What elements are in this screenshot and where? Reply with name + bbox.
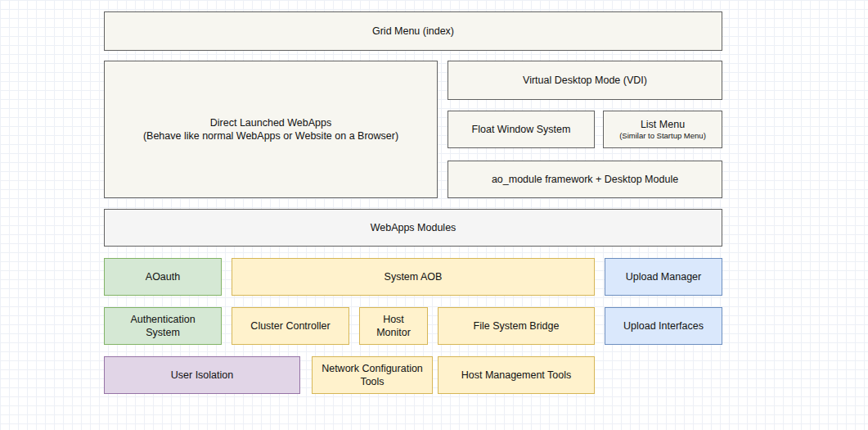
virtual-desktop-mode-label: Virtual Desktop Mode (VDI) — [523, 74, 647, 87]
diagram-canvas: Grid Menu (index) Direct Launched WebApp… — [0, 0, 868, 430]
upload-interfaces-box: Upload Interfaces — [605, 307, 722, 345]
virtual-desktop-mode-box: Virtual Desktop Mode (VDI) — [447, 61, 722, 100]
webapps-modules-label: WebApps Modules — [371, 221, 456, 234]
list-menu-label: List Menu — [641, 118, 685, 131]
system-aob-box: System AOB — [232, 258, 595, 296]
upload-manager-box: Upload Manager — [605, 258, 722, 296]
webapps-modules-box: WebApps Modules — [104, 209, 722, 247]
grid-menu-box: Grid Menu (index) — [104, 11, 722, 51]
host-monitor-box: Host Monitor — [359, 307, 428, 345]
cluster-controller-box: Cluster Controller — [232, 307, 349, 345]
system-aob-label: System AOB — [385, 270, 443, 283]
ao-module-framework-box: ao_module framework + Desktop Module — [447, 161, 722, 198]
host-monitor-label: Host Monitor — [367, 313, 421, 340]
aoauth-label: AOauth — [146, 270, 180, 283]
authentication-system-box: Authentication System — [104, 307, 222, 345]
direct-webapps-box: Direct Launched WebApps (Behave like nor… — [104, 61, 438, 198]
host-management-tools-label: Host Management Tools — [461, 369, 572, 382]
host-management-tools-box: Host Management Tools — [438, 356, 595, 394]
direct-webapps-label-line2: (Behave like normal WebApps or Website o… — [143, 129, 398, 143]
file-system-bridge-label: File System Bridge — [474, 319, 560, 333]
user-isolation-label: User Isolation — [171, 369, 233, 382]
upload-manager-label: Upload Manager — [626, 270, 701, 283]
upload-interfaces-label: Upload Interfaces — [623, 319, 704, 333]
authentication-system-label: Authentication System — [119, 313, 206, 340]
list-menu-sublabel: (Similar to Startup Menu) — [619, 131, 706, 140]
file-system-bridge-box: File System Bridge — [438, 307, 595, 345]
grid-menu-label: Grid Menu (index) — [372, 25, 454, 38]
float-window-system-box: Float Window System — [447, 111, 595, 148]
network-configuration-tools-box: Network Configuration Tools — [312, 356, 433, 394]
ao-module-framework-label: ao_module framework + Desktop Module — [492, 173, 678, 186]
direct-webapps-label-line1: Direct Launched WebApps — [210, 116, 331, 129]
cluster-controller-label: Cluster Controller — [250, 319, 330, 333]
list-menu-box: List Menu (Similar to Startup Menu) — [603, 111, 722, 148]
float-window-system-label: Float Window System — [472, 123, 571, 136]
network-configuration-tools-label: Network Configuration Tools — [319, 362, 425, 389]
user-isolation-box: User Isolation — [104, 356, 300, 394]
aoauth-box: AOauth — [104, 258, 222, 296]
